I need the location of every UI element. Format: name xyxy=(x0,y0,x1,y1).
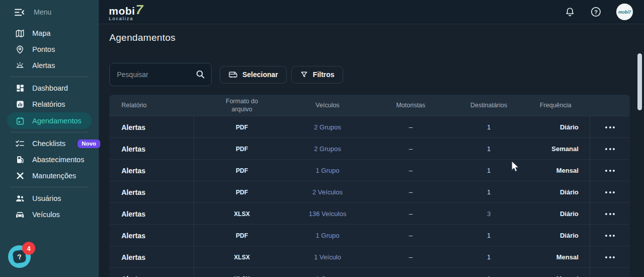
mobi7-logo[interactable]: mobi7 Localiza xyxy=(109,3,143,21)
cell-frequencia: Mensal xyxy=(522,253,590,261)
sidebar-nav: Mapa Pontos Alertas xyxy=(0,24,99,223)
location-pin-icon xyxy=(15,45,25,54)
search-icon[interactable] xyxy=(195,69,206,80)
sidebar-item-label: Usuários xyxy=(32,194,61,202)
menu-label: Menu xyxy=(34,8,51,16)
sidebar-item-pontos[interactable]: Pontos xyxy=(0,41,99,57)
car-icon xyxy=(15,210,25,220)
cell-frequencia: Diário xyxy=(522,232,590,239)
ellipsis-icon xyxy=(605,235,615,237)
map-icon xyxy=(15,29,25,38)
vertical-scrollbar-thumb[interactable] xyxy=(637,53,642,110)
cell-destinatarios: 1 xyxy=(456,232,522,239)
cell-motoristas: – xyxy=(365,145,456,153)
sidebar-item-manutencoes[interactable]: Manutenções xyxy=(0,168,99,184)
ellipsis-icon xyxy=(605,170,615,172)
cell-relatorio: Alertas xyxy=(109,116,194,138)
cell-formato-arquivo: XLSX xyxy=(194,254,290,261)
sidebar-item-agendamentos[interactable]: Agendamentos xyxy=(7,112,92,129)
cell-veiculos-link[interactable]: 136 Veículos xyxy=(290,210,365,218)
row-actions-button[interactable] xyxy=(590,181,630,203)
cell-veiculos-link[interactable]: 1 Grupo xyxy=(290,232,365,239)
cell-motoristas: – xyxy=(365,275,456,277)
toolbar: Selecionar Filtros xyxy=(109,63,343,86)
cell-relatorio: Alertas xyxy=(109,203,194,225)
selecionar-button[interactable]: Selecionar xyxy=(220,66,287,84)
sidebar-item-usuarios[interactable]: Usuários xyxy=(0,190,99,206)
cell-formato-arquivo: XLSX xyxy=(194,275,290,277)
logo-seven: 7 xyxy=(136,3,143,16)
row-actions-button[interactable] xyxy=(590,225,630,246)
logo-text: mobi xyxy=(109,6,135,16)
table-row: Alertas XLSX 1 Veículo – 1 Mensal xyxy=(109,246,630,267)
cell-formato-arquivo: PDF xyxy=(194,232,290,239)
cell-veiculos-link[interactable]: 1 Grupo xyxy=(290,275,365,277)
cell-frequencia: Mensal xyxy=(522,275,590,277)
row-actions-button[interactable] xyxy=(590,160,630,181)
cell-veiculos-link[interactable]: 2 Grupos xyxy=(290,123,365,131)
row-actions-button[interactable] xyxy=(590,246,630,268)
cell-frequencia: Mensal xyxy=(522,167,590,174)
dashboard-icon xyxy=(15,84,25,93)
help-circle-icon[interactable]: ? xyxy=(590,6,602,18)
ellipsis-icon xyxy=(605,256,615,258)
column-header-destinatarios: Destinatários xyxy=(456,101,522,109)
cell-motoristas: – xyxy=(365,123,456,131)
ellipsis-icon xyxy=(605,213,615,215)
menu-toggle-button[interactable]: Menu xyxy=(0,0,99,24)
sidebar-item-label: Veículos xyxy=(32,211,60,219)
table-row: Alertas PDF 2 Grupos – 1 Semanal xyxy=(109,137,630,159)
column-header-relatorio: Relatório xyxy=(109,101,194,109)
sidebar-item-relatorios[interactable]: Relatórios xyxy=(0,96,99,112)
sidebar: Menu Mapa Pontos Aler xyxy=(0,0,99,277)
sidebar-item-abastecimentos[interactable]: Abastecimentos xyxy=(0,152,99,168)
cell-destinatarios: 1 xyxy=(456,253,522,261)
table-body: Alertas PDF 2 Grupos – 1 Diário Alertas … xyxy=(109,116,630,277)
sidebar-divider xyxy=(10,77,89,77)
sidebar-item-dashboard[interactable]: Dashboard xyxy=(0,80,99,96)
cell-relatorio: Alertas xyxy=(109,181,194,203)
selecionar-button-label: Selecionar xyxy=(242,71,278,79)
filtros-button-label: Filtros xyxy=(313,71,335,79)
cell-relatorio: Alertas xyxy=(109,160,194,181)
column-header-motoristas: Motoristas xyxy=(365,101,456,109)
help-chat-button[interactable]: ? 4 xyxy=(8,245,31,268)
user-avatar[interactable]: mobi7 xyxy=(616,4,633,20)
sidebar-item-label: Relatórios xyxy=(32,100,65,108)
cell-destinatarios: 1 xyxy=(456,275,522,277)
filtros-button[interactable]: Filtros xyxy=(291,66,343,84)
avatar-label: mobi7 xyxy=(618,10,631,15)
sidebar-item-mapa[interactable]: Mapa xyxy=(0,25,99,41)
cell-veiculos-link[interactable]: 1 Grupo xyxy=(290,167,365,174)
ellipsis-icon xyxy=(605,148,615,150)
row-actions-button[interactable] xyxy=(590,268,630,277)
row-actions-button[interactable] xyxy=(590,116,630,138)
cell-formato-arquivo: PDF xyxy=(194,167,290,174)
sidebar-item-label: Alertas xyxy=(32,61,55,70)
column-header-veiculos: Veículos xyxy=(290,101,365,109)
table-header: Relatório Formato do arquivo Veículos Mo… xyxy=(109,95,630,116)
sidebar-item-checklists[interactable]: Checklists Novo xyxy=(0,135,99,152)
menu-collapse-icon xyxy=(14,8,25,17)
table-row: Alertas PDF 2 Veículos – 1 Diário xyxy=(109,181,630,202)
cell-veiculos-link[interactable]: 1 Veículo xyxy=(290,253,365,261)
cell-relatorio: Alertas xyxy=(109,138,194,160)
cell-frequencia: Diário xyxy=(522,188,590,196)
sidebar-item-veiculos[interactable]: Veículos xyxy=(0,206,99,223)
column-header-formato: Formato do arquivo xyxy=(194,97,290,114)
cell-veiculos-link[interactable]: 2 Grupos xyxy=(290,145,365,153)
row-actions-button[interactable] xyxy=(590,203,630,225)
tools-icon xyxy=(15,171,25,181)
ellipsis-icon xyxy=(605,126,615,128)
row-actions-button[interactable] xyxy=(590,138,630,160)
logo-subtext: Localiza xyxy=(109,17,143,21)
notifications-bell-icon[interactable] xyxy=(564,7,575,18)
cell-veiculos-link[interactable]: 2 Veículos xyxy=(290,188,365,196)
notification-count-badge: 4 xyxy=(22,242,35,255)
cell-destinatarios: 1 xyxy=(456,188,522,196)
vehicle-icon xyxy=(228,71,238,79)
sidebar-item-alertas[interactable]: Alertas xyxy=(0,57,99,74)
sidebar-item-label: Mapa xyxy=(32,29,50,37)
agendamentos-table: Relatório Formato do arquivo Veículos Mo… xyxy=(109,95,630,277)
cell-frequencia: Semanal xyxy=(522,145,590,153)
